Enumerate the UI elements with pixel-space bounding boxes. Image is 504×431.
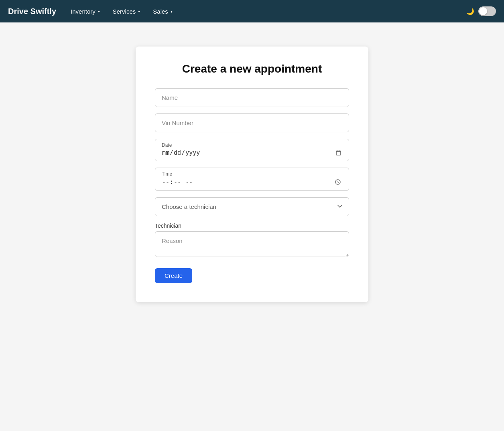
name-group [155, 88, 349, 107]
dark-mode-icon: 🌙 [466, 7, 474, 15]
technician-select-group: Choose a technician [155, 197, 349, 216]
time-input[interactable] [162, 178, 342, 186]
dark-mode-toggle[interactable] [478, 6, 496, 16]
toggle-knob [479, 7, 487, 15]
nav-inventory-chevron: ▾ [98, 9, 100, 14]
nav-services[interactable]: Services ▾ [108, 5, 145, 18]
navbar-right: 🌙 [466, 6, 496, 16]
create-button[interactable]: Create [155, 268, 192, 283]
form-title: Create a new appointment [155, 63, 349, 75]
name-input[interactable] [155, 88, 349, 107]
appointment-form-card: Create a new appointment Date Time [136, 47, 368, 302]
date-input[interactable] [162, 149, 342, 157]
reason-group: Technician [155, 223, 349, 259]
date-wrapper: Date [155, 139, 349, 161]
nav-sales-label: Sales [153, 8, 168, 15]
nav-sales[interactable]: Sales ▾ [148, 5, 177, 18]
nav-inventory[interactable]: Inventory ▾ [66, 5, 105, 18]
vin-input[interactable] [155, 113, 349, 132]
time-group: Time [155, 168, 349, 191]
technician-select[interactable]: Choose a technician [155, 197, 349, 216]
date-group: Date [155, 139, 349, 161]
reason-textarea[interactable] [155, 231, 349, 257]
time-label: Time [162, 171, 342, 177]
main-content: Create a new appointment Date Time [0, 22, 504, 326]
time-wrapper: Time [155, 168, 349, 191]
vin-group [155, 113, 349, 132]
technician-section-label: Technician [155, 223, 349, 229]
nav-services-label: Services [113, 8, 136, 15]
nav-inventory-label: Inventory [71, 8, 96, 15]
nav-sales-chevron: ▾ [171, 9, 173, 14]
navbar: Drive Swiftly Inventory ▾ Services ▾ Sal… [0, 0, 504, 22]
date-label: Date [162, 142, 342, 148]
nav-services-chevron: ▾ [138, 9, 140, 14]
brand-logo: Drive Swiftly [8, 7, 56, 16]
